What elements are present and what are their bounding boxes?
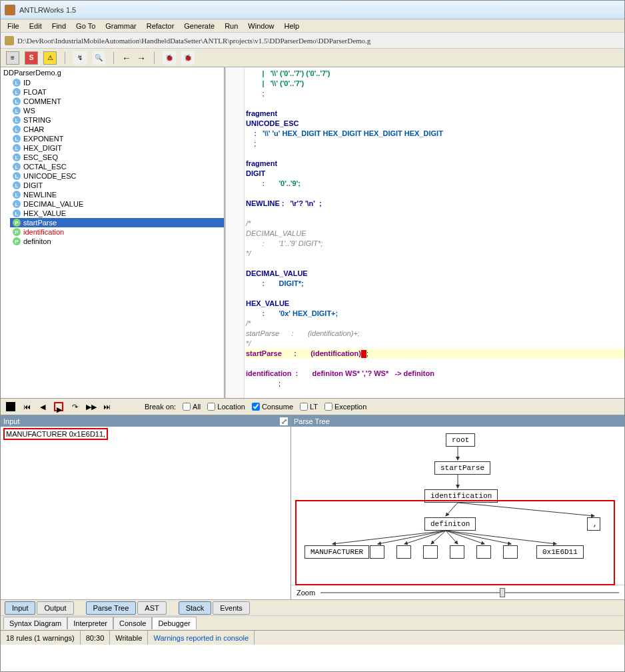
check-lt[interactable]: LT (300, 403, 318, 411)
lexer-icon: L (13, 191, 21, 199)
parsetree-title: Parse Tree (294, 417, 330, 425)
tab-stack[interactable]: Stack (179, 601, 212, 615)
forward-button[interactable]: → (137, 53, 146, 63)
menu-help[interactable]: Help (280, 21, 303, 31)
debug-toolbar: ⏮ ◀ ▶ ↷ ▶▶ ⏭ Break on: All Location Cons… (1, 398, 624, 415)
check-consume[interactable]: Consume (252, 403, 293, 411)
sidebar-item-float[interactable]: LFLOAT (10, 87, 224, 97)
tab-ast[interactable]: AST (137, 601, 166, 615)
node-root[interactable]: root (446, 433, 475, 447)
sort-button[interactable]: ≡ (6, 51, 19, 65)
sidebar-item-char[interactable]: LCHAR (10, 125, 224, 134)
menu-generate[interactable]: Generate (180, 21, 219, 31)
sidebar-item-comment[interactable]: LCOMMENT (10, 97, 224, 106)
status-msg[interactable]: Warnings reported in console (148, 631, 255, 645)
rule-label: identification (23, 228, 64, 236)
titlebar: ANTLRWorks 1.5 (1, 1, 624, 19)
node-startparse[interactable]: startParse (434, 461, 490, 475)
input-header: Input ⤢ (1, 415, 291, 427)
code-editor[interactable]: | '\\' ('0'..'7') ('0'..'7') | '\\' ('0'… (225, 67, 624, 398)
expand-icon[interactable]: ⤢ (280, 417, 288, 425)
tab-debugger[interactable]: Debugger (152, 617, 196, 629)
step-forward-button[interactable]: ▶ (54, 402, 63, 411)
lexer-icon: L (13, 116, 21, 124)
parser-icon: P (13, 237, 21, 245)
highlight-region (295, 500, 615, 585)
grammar-root[interactable]: DDParserDemo.g (1, 67, 224, 78)
find-button[interactable]: ↯ (73, 51, 87, 65)
debug-icon[interactable]: 🐞 (163, 51, 176, 65)
tab-input[interactable]: Input (5, 601, 35, 615)
menu-grammar[interactable]: Grammar (101, 21, 140, 31)
step-over-button[interactable]: ↷ (70, 402, 79, 411)
warning-button[interactable]: ⚠ (43, 51, 57, 65)
sidebar-item-decimal_value[interactable]: LDECIMAL_VALUE (10, 199, 224, 209)
menu-goto[interactable]: Go To (72, 21, 99, 31)
rules-sidebar[interactable]: DDParserDemo.g LIDLFLOATLCOMMENTLWSLSTRI… (1, 67, 225, 398)
tab-console[interactable]: Console (113, 617, 152, 629)
sidebar-item-definiton[interactable]: Pdefiniton (10, 237, 224, 246)
step-back-button[interactable]: ◀ (38, 402, 47, 411)
sidebar-item-string[interactable]: LSTRING (10, 115, 224, 125)
statusbar: 18 rules (1 warnings) 80:30 Writable War… (1, 630, 624, 645)
zoom-slider[interactable] (320, 592, 619, 593)
status-rules: 18 rules (1 warnings) (1, 631, 81, 645)
menu-edit[interactable]: Edit (25, 21, 46, 31)
lexer-icon: L (13, 135, 21, 143)
rule-label: definiton (23, 237, 51, 245)
status-mode: Writable (110, 631, 148, 645)
sidebar-item-exponent[interactable]: LEXPONENT (10, 134, 224, 143)
input-content[interactable]: MANUFACTURER 0x1E6D11, (1, 427, 291, 599)
editor-gutter (226, 67, 245, 398)
parsetree-header: Parse Tree (291, 415, 624, 427)
check-exception[interactable]: Exception (324, 403, 366, 411)
fast-forward-button[interactable]: ▶▶ (86, 402, 95, 411)
syntax-button[interactable]: S (25, 51, 38, 65)
rewind-button[interactable]: ⏮ (22, 402, 31, 411)
check-all[interactable]: All (183, 403, 201, 411)
sidebar-item-octal_esc[interactable]: LOCTAL_ESC (10, 162, 224, 171)
stop-button[interactable] (6, 402, 15, 411)
lexer-icon: L (13, 88, 21, 96)
sidebar-item-digit[interactable]: LDIGIT (10, 181, 224, 190)
menu-find[interactable]: Find (48, 21, 70, 31)
rule-label: FLOAT (23, 88, 47, 96)
pathbar: D:\DevRoot\IndustrialMobileAutomation\Ha… (1, 33, 624, 49)
lexer-icon: L (13, 79, 21, 87)
tab-interpreter[interactable]: Interpreter (67, 617, 113, 629)
menubar: File Edit Find Go To Grammar Refactor Ge… (1, 19, 624, 33)
rule-label: UNICODE_ESC (23, 172, 76, 180)
sidebar-item-esc_seq[interactable]: LESC_SEQ (10, 153, 224, 162)
sidebar-item-hex_digit[interactable]: LHEX_DIGIT (10, 143, 224, 153)
sidebar-item-hex_value[interactable]: LHEX_VALUE (10, 209, 224, 218)
bug-icon[interactable]: 🐞 (181, 51, 195, 65)
back-button[interactable]: ← (122, 53, 131, 63)
menu-file[interactable]: File (3, 21, 23, 31)
menu-refactor[interactable]: Refactor (143, 21, 179, 31)
window-title: ANTLRWorks 1.5 (19, 6, 76, 14)
view-tabs: Input Output Parse Tree AST Stack Events (1, 599, 624, 615)
rule-label: ESC_SEQ (23, 153, 58, 161)
search-button[interactable]: 🔍 (92, 51, 105, 65)
rule-label: startParse (23, 219, 57, 227)
tab-parsetree[interactable]: Parse Tree (86, 601, 137, 615)
tab-output[interactable]: Output (37, 601, 73, 615)
sidebar-item-identification[interactable]: Pidentification (10, 227, 224, 237)
file-icon (5, 36, 14, 45)
lexer-icon: L (13, 172, 21, 180)
menu-window[interactable]: Window (244, 21, 278, 31)
tab-syntax-diagram[interactable]: Syntax Diagram (3, 617, 67, 629)
menu-run[interactable]: Run (221, 21, 242, 31)
sidebar-item-newline[interactable]: LNEWLINE (10, 190, 224, 199)
zoom-thumb[interactable] (500, 588, 505, 597)
go-end-button[interactable]: ⏭ (102, 402, 111, 411)
tab-events[interactable]: Events (213, 601, 250, 615)
sidebar-item-id[interactable]: LID (10, 78, 224, 87)
sidebar-item-ws[interactable]: LWS (10, 106, 224, 115)
sidebar-item-unicode_esc[interactable]: LUNICODE_ESC (10, 171, 224, 181)
lexer-icon: L (13, 181, 21, 189)
check-location[interactable]: Location (207, 403, 245, 411)
tree-canvas[interactable]: root startParse identification definiton… (291, 427, 624, 585)
sidebar-item-startparse[interactable]: PstartParse (10, 218, 224, 227)
break-on-label: Break on: (145, 403, 176, 411)
